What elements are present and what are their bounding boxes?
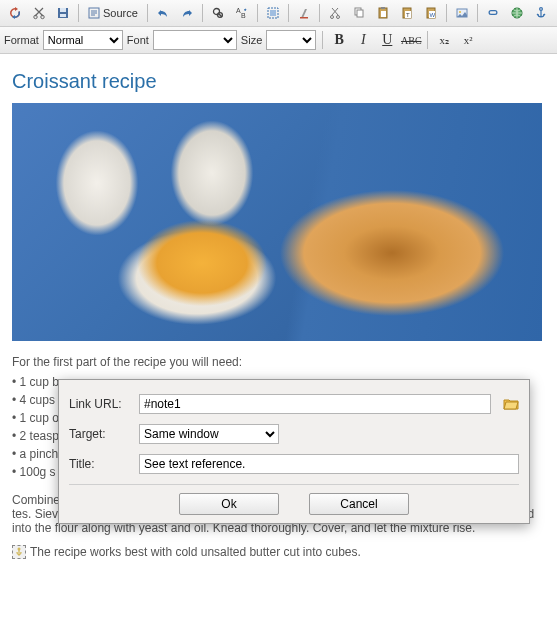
font-select[interactable] [153,30,237,50]
link-icon[interactable] [482,2,504,24]
source-button[interactable]: Source [83,2,143,24]
separator [288,4,289,22]
underline-button[interactable]: U [377,30,397,50]
svg-rect-12 [300,17,308,19]
svg-point-27 [459,11,461,13]
size-select[interactable] [266,30,316,50]
toolbar-format: Format Normal Font Size B I U ABC x₂ x² [0,27,557,54]
svg-rect-11 [270,10,276,16]
separator [257,4,258,22]
subscript-button[interactable]: x₂ [434,30,454,50]
footnote-text: The recipe works best with cold unsalted… [30,545,361,559]
separator [319,4,320,22]
cut2-icon[interactable] [324,2,346,24]
title-input[interactable] [139,454,519,474]
save-icon[interactable] [52,2,74,24]
svg-rect-16 [357,10,363,17]
selectall-icon[interactable] [262,2,284,24]
toolbar-main: Source AB T W [0,0,557,27]
title-label: Title: [69,457,131,471]
svg-rect-3 [60,8,66,12]
link-dialog: Link URL: Target: Same window Title: Ok … [58,379,530,524]
separator [78,4,79,22]
anchor-marker-icon[interactable] [12,545,26,559]
url-input[interactable] [139,394,491,414]
copy-icon[interactable] [348,2,370,24]
svg-text:B: B [241,12,246,19]
paste-icon[interactable] [372,2,394,24]
undo-icon[interactable] [152,2,174,24]
superscript-button[interactable]: x² [458,30,478,50]
format-select[interactable]: Normal [43,30,123,50]
paste-word-icon[interactable]: W [420,2,442,24]
separator [477,4,478,22]
cut-icon[interactable] [28,2,50,24]
target-select[interactable]: Same window [139,424,279,444]
format-label: Format [4,34,39,46]
removeformat-icon[interactable] [293,2,315,24]
svg-point-14 [336,16,339,19]
browse-icon[interactable] [503,397,519,411]
svg-point-13 [330,16,333,19]
source-label: Source [103,7,138,19]
size-label: Size [241,34,262,46]
paste-text-icon[interactable]: T [396,2,418,24]
target-label: Target: [69,427,131,441]
refresh-icon[interactable] [4,2,26,24]
anchor-icon[interactable] [530,2,552,24]
separator [147,4,148,22]
hero-image [12,103,542,341]
strike-button[interactable]: ABC [401,30,421,50]
svg-rect-4 [60,14,66,17]
svg-point-30 [18,548,20,550]
svg-point-29 [539,8,542,11]
svg-text:T: T [406,12,410,18]
redo-icon[interactable] [176,2,198,24]
globe-icon[interactable] [506,2,528,24]
ok-button[interactable]: Ok [179,493,279,515]
svg-rect-19 [381,11,386,17]
page-title: Croissant recipe [12,70,545,93]
intro-text: For the first part of the recipe you wil… [12,355,545,369]
find-icon[interactable] [207,2,229,24]
svg-rect-18 [381,7,385,9]
italic-button[interactable]: I [353,30,373,50]
footnote: The recipe works best with cold unsalted… [12,545,545,559]
separator [427,31,428,49]
editor-area[interactable]: Croissant recipe For the first part of t… [0,54,557,569]
separator [202,4,203,22]
replace-icon[interactable]: AB [231,2,253,24]
font-label: Font [127,34,149,46]
image-icon[interactable] [451,2,473,24]
cancel-button[interactable]: Cancel [309,493,409,515]
svg-text:W: W [429,12,435,18]
separator [322,31,323,49]
separator [446,4,447,22]
url-label: Link URL: [69,397,131,411]
bold-button[interactable]: B [329,30,349,50]
